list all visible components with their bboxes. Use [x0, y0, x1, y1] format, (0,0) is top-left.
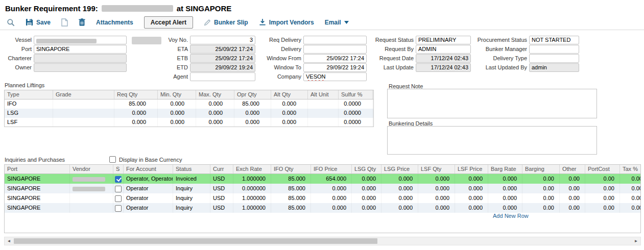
field-procurement-status[interactable]: NOT STARTED — [529, 36, 579, 44]
field-request-date[interactable]: 17/12/24 02:43 — [416, 54, 471, 63]
table-row[interactable]: LSF0.0000.0000.0000.0000.0000.0000 — [5, 118, 373, 127]
cell-barging[interactable]: 0.00 — [522, 174, 560, 184]
col-header-portcost[interactable]: PortCost — [585, 165, 620, 173]
horizontal-scrollbar[interactable]: ◄ ► — [4, 237, 641, 245]
cell-ifo-qty[interactable]: 85.000 — [271, 193, 311, 203]
table-row[interactable]: IFO85.0000.0000.00085.0000.0000.0000 — [5, 99, 373, 109]
cell-req-qty[interactable]: 85.000 — [114, 99, 158, 109]
cell-for-account[interactable]: Operator — [124, 203, 173, 213]
field-delivery-type[interactable] — [529, 54, 579, 63]
cell-lsg-qty[interactable]: 0.000 — [352, 203, 381, 213]
cell-grade[interactable] — [53, 109, 114, 118]
add-new-row-link[interactable]: Add New Row — [493, 213, 529, 219]
cell-curr[interactable]: USD — [210, 174, 233, 184]
cell-max-qty[interactable]: 0.000 — [196, 118, 234, 127]
cell-ifo-price[interactable]: 0.000 — [311, 184, 352, 193]
cell-exch-rate[interactable]: 1.000000 — [233, 193, 271, 203]
cell-lsf-price[interactable]: 0.000 — [455, 203, 488, 213]
cell-opr-qty[interactable]: 85.000 — [234, 99, 271, 109]
cell-req-qty[interactable]: 0.000 — [114, 118, 158, 127]
cell-ifo-qty[interactable]: 85.000 — [271, 203, 311, 213]
cell-alt-unit[interactable] — [308, 109, 339, 118]
col-header-max-qty[interactable]: Max. Qty — [196, 90, 234, 99]
cell-tax[interactable]: 0.00 — [620, 193, 641, 203]
cell-other[interactable]: 0.00 — [560, 174, 585, 184]
base-currency-checkbox[interactable] — [109, 156, 116, 163]
field-etb[interactable]: 25/09/22 17:24 — [190, 54, 255, 63]
field-etd[interactable]: 29/09/22 19:24 — [190, 63, 255, 72]
cell-lsg-price[interactable]: 0.000 — [381, 193, 418, 203]
cell-tax[interactable]: 0.00 — [620, 203, 641, 213]
cell-curr[interactable]: USD — [210, 184, 233, 193]
col-header-barg-rate[interactable]: Barg Rate — [488, 165, 522, 173]
cell-curr[interactable]: USD — [210, 203, 233, 213]
cell-lsf-qty[interactable]: 0.000 — [418, 193, 455, 203]
request-note-textarea[interactable] — [387, 89, 597, 118]
cell-for-account[interactable]: Operator — [124, 193, 173, 203]
delete-button[interactable] — [79, 18, 85, 26]
cell-barging[interactable]: 0.00 — [522, 193, 560, 203]
cell-ifo-price[interactable]: 654.000 — [311, 174, 352, 184]
field-request-by[interactable]: ADMIN — [416, 45, 471, 54]
col-header-status[interactable]: Status — [173, 165, 210, 173]
cell-max-qty[interactable]: 0.000 — [196, 109, 234, 118]
field-port[interactable]: SINGAPORE — [34, 45, 127, 54]
col-header-sulfur[interactable]: Sulfur % — [339, 90, 373, 99]
cell-lsg-price[interactable]: 0.000 — [381, 203, 418, 213]
cell-status[interactable]: Invoiced — [173, 174, 210, 184]
cell-opr-qty[interactable]: 0.000 — [234, 109, 271, 118]
col-header-curr[interactable]: Curr — [210, 165, 233, 173]
cell-barg-rate[interactable]: 0.000 — [488, 193, 522, 203]
field-delivery[interactable] — [303, 45, 367, 54]
scroll-left-button[interactable]: ◄ — [5, 237, 13, 245]
cell-status[interactable]: Inquiry — [173, 203, 210, 213]
cell-lsf-price[interactable]: 0.000 — [455, 174, 488, 184]
cell-barg-rate[interactable]: 0.000 — [488, 174, 522, 184]
col-header-type[interactable]: Type — [5, 90, 53, 99]
cell-lsg-price[interactable]: 0.000 — [381, 184, 418, 193]
cell-lsf-price[interactable]: 0.000 — [455, 193, 488, 203]
col-header-grade[interactable]: Grade — [53, 90, 114, 99]
col-header-lsf-qty[interactable]: LSF Qty — [418, 165, 455, 173]
cell-port[interactable]: SINGAPORE — [5, 193, 70, 203]
cell-vendor[interactable] — [70, 184, 113, 193]
col-header-ifo-qty[interactable]: IFO Qty — [271, 165, 311, 173]
cell-s[interactable] — [113, 203, 124, 213]
col-header-alt-unit[interactable]: Alt Unit — [308, 90, 339, 99]
cell-other[interactable]: 0.00 — [560, 203, 585, 213]
col-header-other[interactable]: Other — [560, 165, 585, 173]
cell-lsg-qty[interactable]: 0.000 — [352, 174, 381, 184]
cell-s[interactable] — [113, 174, 124, 184]
row-select-checkbox[interactable] — [115, 186, 122, 192]
field-vessel[interactable] — [34, 36, 127, 44]
cell-other[interactable]: 0.00 — [560, 184, 585, 193]
col-header-ifo-price[interactable]: IFO Price — [311, 165, 352, 173]
cell-alt-unit[interactable] — [308, 118, 339, 127]
col-header-barging[interactable]: Barging — [522, 165, 560, 173]
cell-ifo-price[interactable]: 0.000 — [311, 193, 352, 203]
cell-tax[interactable]: 0.00 — [620, 174, 641, 184]
cell-vendor[interactable] — [70, 174, 113, 184]
email-menu-button[interactable]: Email — [325, 19, 349, 26]
cell-opr-qty[interactable]: 0.000 — [234, 118, 271, 127]
field-eta[interactable]: 25/09/22 17:24 — [190, 45, 255, 54]
cell-alt-qty[interactable]: 0.000 — [271, 99, 308, 109]
cell-type[interactable]: IFO — [5, 99, 53, 109]
col-header-min-qty[interactable]: Min. Qty — [158, 90, 196, 99]
cell-status[interactable]: Inquiry — [173, 184, 210, 193]
cell-barg-rate[interactable]: 0.000 — [488, 203, 522, 213]
cell-s[interactable] — [113, 193, 124, 203]
cell-exch-rate[interactable]: 1.000000 — [233, 203, 271, 213]
field-last-updated-by[interactable]: admin — [529, 63, 579, 72]
cell-lsf-qty[interactable]: 0.000 — [418, 184, 455, 193]
cell-portcost[interactable]: 0.00 — [585, 193, 620, 203]
col-header-exch-rate[interactable]: Exch Rate — [233, 165, 271, 173]
copy-document-button[interactable] — [61, 18, 68, 27]
cell-for-account[interactable]: Operator — [124, 184, 173, 193]
field-company[interactable]: VESON — [303, 72, 367, 81]
col-header-lsf-price[interactable]: LSF Price — [455, 165, 488, 173]
cell-curr[interactable]: USD — [210, 193, 233, 203]
row-select-checkbox[interactable] — [115, 176, 122, 183]
accept-alert-button[interactable]: Accept Alert — [144, 16, 193, 29]
cell-sulfur[interactable]: 0.0000 — [339, 109, 373, 118]
